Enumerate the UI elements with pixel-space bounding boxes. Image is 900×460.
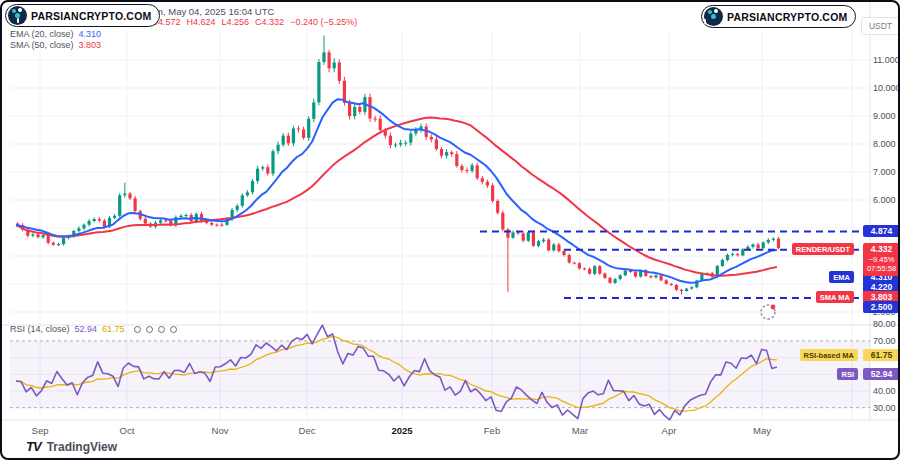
time-axis-label: Oct: [120, 425, 135, 436]
rsi-legend-value: 52.94: [75, 324, 98, 334]
parsiancrypto-logo-icon: [8, 6, 27, 25]
time-axis-label: Mar: [572, 425, 588, 436]
rsi-tick-label: 80.00: [873, 319, 900, 329]
ema-legend-value: 4.310: [79, 29, 102, 39]
published-line: com, May 04, 2025 16:04 UTC: [145, 6, 274, 17]
rsi-legend-label: RSI (14, close): [10, 324, 70, 334]
chart-frame: com, May 04, 2025 16:04 UTC RENDER / Tet…: [0, 0, 900, 460]
rsi-visibility-icon[interactable]: [134, 326, 141, 333]
time-axis-label: Nov: [212, 425, 229, 436]
time-axis-label: Sep: [32, 425, 49, 436]
sma-legend: SMA (50, close) 3.803: [10, 40, 101, 50]
ohlc-high: H4.624: [187, 17, 216, 27]
footer-brand[interactable]: TV TradingView: [26, 439, 117, 454]
tradingview-brand-label: TradingView: [47, 440, 117, 454]
price-tag-4.874: 4.874: [863, 225, 900, 237]
rsi-tag-61.75: 61.75: [863, 349, 900, 361]
rsi-chip-rsi: RSI: [837, 368, 858, 380]
rsi-tick-label: 70.00: [873, 336, 900, 346]
price-tick-label: 11.000: [873, 55, 900, 65]
rsi-more-icon[interactable]: [170, 326, 177, 333]
ema-legend-label: EMA (20, close): [10, 29, 74, 39]
time-axis-label: Apr: [662, 425, 677, 436]
time-axis-label: Feb: [484, 425, 500, 436]
watermark-top-right: PARSIANCRYPTO.COM: [701, 5, 856, 28]
last-price-tag: 4.332−9.45%07:55:58: [863, 243, 900, 276]
ohlc-change: −0.240 (−5.25%): [290, 17, 357, 27]
price-axis-currency[interactable]: USDT: [861, 17, 900, 35]
sma-legend-label: SMA (50, close): [10, 40, 74, 50]
rsi-chip-rsi-based-ma: RSI-based MA: [800, 349, 858, 361]
time-axis-label: May: [753, 425, 771, 436]
ohlc-close: C4.332: [255, 17, 284, 27]
time-axis-label: Dec: [299, 425, 316, 436]
rsi-legend: RSI (14, close) 52.94 61.75: [10, 324, 177, 334]
rsi-tick-label: 30.00: [873, 403, 900, 413]
series-chip-ema: EMA: [829, 271, 854, 283]
parsiancrypto-logo-icon: [704, 7, 723, 26]
ohlc-low: L4.256: [222, 17, 250, 27]
last-price-tag-row: 4.332: [863, 245, 900, 255]
rsi-delete-icon[interactable]: [158, 326, 165, 333]
rsi-ma-legend-value: 61.75: [102, 324, 125, 334]
rsi-settings-icon[interactable]: [146, 326, 153, 333]
price-tick-label: 10.000: [873, 83, 900, 93]
price-tick-label: 7.000: [873, 167, 900, 177]
tradingview-logo-icon: TV: [26, 439, 41, 454]
watermark-top-left: PARSIANCRYPTO.COM: [5, 4, 160, 27]
watermark-text: PARSIANCRYPTO.COM: [31, 10, 151, 22]
rsi-tick-label: 40.00: [873, 386, 900, 396]
rsi-legend-icons: [134, 326, 177, 333]
time-axis-label: 2025: [391, 425, 412, 436]
ema-legend: EMA (20, close) 4.310: [10, 29, 101, 39]
price-tick-label: 8.000: [873, 139, 900, 149]
series-chip-render-usdt: RENDER/USDT: [792, 243, 854, 255]
price-tick-label: 9.000: [873, 111, 900, 121]
rsi-tag-52.94: 52.94: [863, 368, 900, 380]
last-price-tag-row: 07:55:58: [863, 264, 900, 274]
price-tag-2.500: 2.500: [863, 301, 900, 313]
price-tick-label: 6.000: [873, 195, 900, 205]
watermark-text: PARSIANCRYPTO.COM: [727, 11, 847, 23]
last-price-tag-row: −9.45%: [863, 255, 900, 265]
chart-canvas[interactable]: [2, 2, 900, 460]
sma-legend-value: 3.803: [79, 40, 102, 50]
series-chip-sma-ma: SMA MA: [816, 291, 854, 303]
